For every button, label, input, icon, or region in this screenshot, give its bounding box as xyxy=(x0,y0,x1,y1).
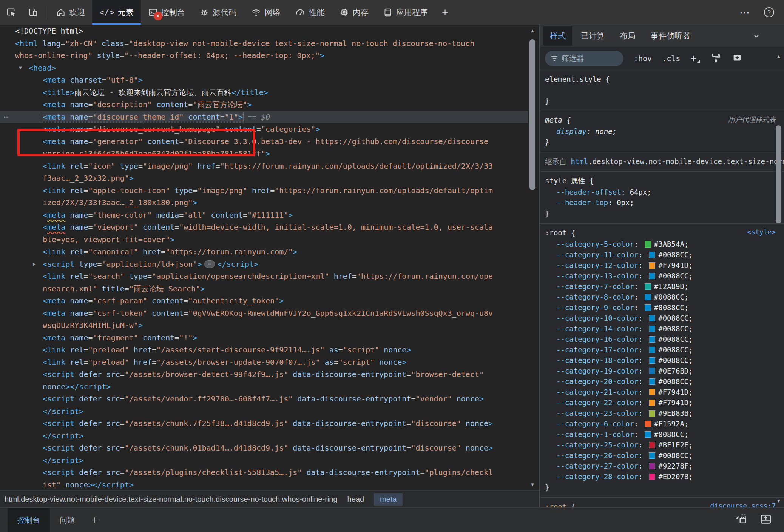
color-swatch[interactable] xyxy=(649,315,655,321)
color-swatch[interactable] xyxy=(645,421,651,427)
style-property[interactable]: --category-7-color: #12A89D; xyxy=(545,281,784,292)
dom-node[interactable]: nonce></script> xyxy=(0,381,528,393)
tab-memory[interactable]: 内存 xyxy=(332,0,376,25)
dom-node[interactable]: ized/2X/3/33f3aac…_2_180x180.png"> xyxy=(0,197,528,209)
tab-application[interactable]: 应用程序 xyxy=(376,0,435,25)
rule-selector[interactable]: element.style xyxy=(545,75,601,83)
color-swatch[interactable] xyxy=(649,357,655,364)
styles-scrollbar[interactable]: ▲ ▼ xyxy=(774,51,783,506)
style-property[interactable]: --category-21-color: #F7941D; xyxy=(545,387,784,397)
style-property[interactable]: --category-12-color: #F7941D; xyxy=(545,260,784,271)
style-property[interactable]: --category-23-color: #9EB83B; xyxy=(545,408,784,418)
tab-已计算[interactable]: 已计算 xyxy=(574,26,611,46)
scroll-down-arrow-icon[interactable]: ▼ xyxy=(774,498,783,504)
tab-home[interactable]: 欢迎 xyxy=(49,0,92,25)
style-property[interactable]: --category-13-color: #0088CC; xyxy=(545,271,784,281)
tab-console[interactable]: ✕控制台 xyxy=(141,0,192,25)
style-property[interactable]: display: none; xyxy=(545,126,784,137)
inherited-node-link[interactable]: html.desktop-view.not-mobile-device.text… xyxy=(571,157,784,166)
rendering-emulation-icon[interactable] xyxy=(710,52,721,65)
stylesheet-origin-link[interactable]: <style> xyxy=(747,228,776,236)
style-property[interactable]: --category-27-color: #92278F; xyxy=(545,461,784,471)
tab-样式[interactable]: 样式 xyxy=(543,26,572,46)
color-swatch[interactable] xyxy=(649,273,655,279)
dom-node[interactable]: <meta charset="utf-8"> xyxy=(0,74,528,86)
dom-node[interactable]: <script defer src="/assets/browser-detec… xyxy=(0,368,528,381)
rule-selector[interactable]: meta xyxy=(545,116,562,124)
style-property[interactable]: --category-11-color: #0088CC; xyxy=(545,249,784,260)
dom-node[interactable]: <link rel="search" type="application/ope… xyxy=(0,270,528,283)
style-property[interactable]: --category-17-color: #0088CC; xyxy=(545,344,784,355)
move-panel-up-icon[interactable] xyxy=(759,512,773,527)
scroll-up-arrow-icon[interactable]: ▲ xyxy=(774,54,783,59)
dom-node[interactable]: whos-online-ring" style="--header-offset… xyxy=(0,49,528,62)
color-swatch[interactable] xyxy=(649,452,655,459)
color-swatch[interactable] xyxy=(645,304,651,311)
drawer-add-tab-button[interactable]: + xyxy=(85,508,104,532)
dom-node[interactable]: <script defer src="/assets/plugins/check… xyxy=(0,466,528,479)
dom-node[interactable]: ble=yes, viewport-fit=cover"> xyxy=(0,234,528,246)
tab-sources[interactable]: 源代码 xyxy=(192,0,244,25)
dom-node[interactable]: <link rel="canonical" href="https://foru… xyxy=(0,246,528,258)
style-property[interactable]: --category-14-color: #0088CC; xyxy=(545,323,784,334)
rule-selector[interactable]: style 属性 xyxy=(545,177,585,185)
dom-node[interactable]: ▼<head> xyxy=(0,62,528,74)
device-toolbar-icon[interactable] xyxy=(22,0,44,25)
tab-performance[interactable]: 性能 xyxy=(288,0,332,25)
style-property[interactable]: --category-1-color: #0088CC; xyxy=(545,429,784,440)
collapsed-content-icon[interactable]: ⋯ xyxy=(204,260,215,268)
style-property[interactable]: --category-8-color: #0088CC; xyxy=(545,292,784,302)
breadcrumb-item[interactable]: head xyxy=(347,495,364,504)
color-swatch[interactable] xyxy=(645,294,651,300)
rotate-device-icon[interactable] xyxy=(734,512,748,527)
collapse-arrow-icon[interactable]: ▼ xyxy=(19,62,22,74)
more-options-icon[interactable]: ⋯ xyxy=(739,6,750,18)
dom-node[interactable]: </script> xyxy=(0,430,528,442)
color-swatch[interactable] xyxy=(649,474,655,480)
dom-node[interactable]: <script defer src="/assets/chunk.01bad14… xyxy=(0,442,528,454)
color-swatch[interactable] xyxy=(649,463,655,469)
dom-node[interactable]: <meta name="csrf-param" content="authent… xyxy=(0,295,528,307)
dom-node[interactable]: <meta name="generator" content="Discours… xyxy=(0,135,528,148)
dom-node[interactable]: <link rel="apple-touch-icon" type="image… xyxy=(0,185,528,197)
color-swatch[interactable] xyxy=(649,368,655,374)
dom-node[interactable]: <!DOCTYPE html> xyxy=(0,25,528,37)
dom-node[interactable]: <meta name="viewport" content="width=dev… xyxy=(0,221,528,234)
dom-node[interactable]: </script> xyxy=(0,405,528,418)
tab-事件侦听器[interactable]: 事件侦听器 xyxy=(644,26,697,46)
chevron-down-icon[interactable] xyxy=(752,31,761,41)
dom-node[interactable]: <meta name="theme-color" media="all" con… xyxy=(0,209,528,221)
dom-node[interactable]: <html lang="zh-CN" class="desktop-view n… xyxy=(0,37,528,50)
dom-node[interactable]: <link rel="preload" href="/assets/browse… xyxy=(0,356,528,369)
style-property[interactable]: --header-offset: 64px; xyxy=(545,187,784,197)
rule-selector[interactable]: :root xyxy=(545,503,566,507)
style-property[interactable]: --category-26-color: #0088CC; xyxy=(545,450,784,461)
color-swatch[interactable] xyxy=(645,431,651,438)
breadcrumb-item[interactable]: meta xyxy=(374,493,403,506)
tab-elements[interactable]: </>元素 xyxy=(92,0,141,25)
color-swatch[interactable] xyxy=(645,241,651,248)
toggle-pseudo-state-button[interactable]: :hov xyxy=(634,54,652,63)
help-icon[interactable]: ? xyxy=(764,7,774,17)
dom-node[interactable]: nsearch.xml" title="雨云论坛 Search"> xyxy=(0,283,528,295)
dom-tree-scrollbar[interactable]: ▲ ▼ xyxy=(528,25,537,490)
scroll-down-arrow-icon[interactable]: ▼ xyxy=(528,482,537,487)
style-property[interactable]: --category-16-color: #0088CC; xyxy=(545,334,784,344)
stylesheet-origin-link[interactable]: discourse.scss:7 xyxy=(710,502,776,507)
color-swatch[interactable] xyxy=(649,252,655,258)
color-swatch[interactable] xyxy=(649,400,655,406)
style-property[interactable]: --category-6-color: #F1592A; xyxy=(545,418,784,429)
dom-node[interactable]: </script> xyxy=(0,454,528,467)
inspect-icon[interactable] xyxy=(0,0,22,25)
color-swatch[interactable] xyxy=(649,442,655,448)
dom-node[interactable]: <script defer src="/assets/vendor.ff2978… xyxy=(0,393,528,405)
tab-布局[interactable]: 布局 xyxy=(613,26,642,46)
dom-node[interactable]: <meta name="description" content="雨云官方论坛… xyxy=(0,98,528,111)
dom-node[interactable]: <script defer src="/assets/chunk.7f25f38… xyxy=(0,417,528,430)
scrollbar-thumb[interactable] xyxy=(529,39,535,190)
dom-node[interactable]: ist" nonce></script> xyxy=(0,479,528,491)
selected-dom-node[interactable]: ⋯<meta name="discourse_theme_id" content… xyxy=(0,111,528,123)
dom-node[interactable]: <link rel="preload" href="/assets/start-… xyxy=(0,344,528,356)
new-style-rule-button[interactable]: + xyxy=(690,52,699,65)
dom-node[interactable]: version c13f64d35b6d7eae6343d02f1aa80ba7… xyxy=(0,148,528,160)
